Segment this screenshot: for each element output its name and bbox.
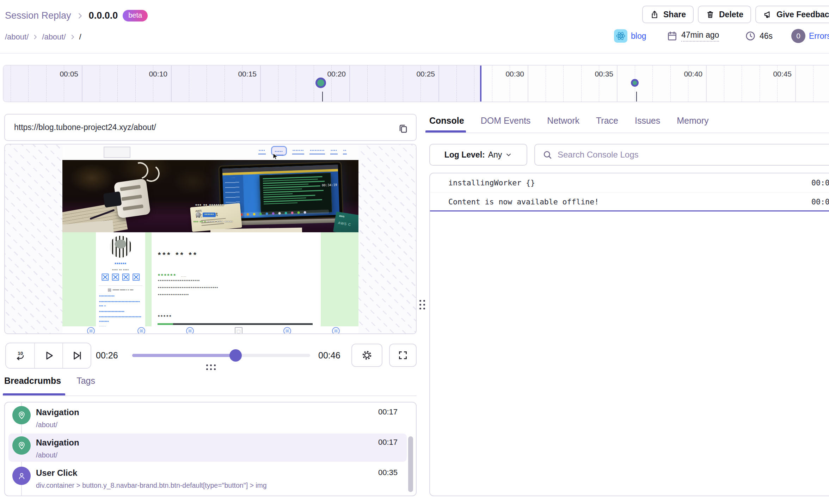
event-marker[interactable] <box>631 79 639 87</box>
session-timeline[interactable]: 00:0500:1000:1500:2000:2500:3000:3500:40… <box>3 65 829 102</box>
timeline-gridline <box>349 66 350 102</box>
masked-nav-item[interactable]: •••• <box>330 148 338 154</box>
masked-social-icon[interactable]: ☒ <box>101 272 109 283</box>
replayed-article: *** ** ** ****** ···· ******************… <box>152 232 321 326</box>
seek-bar[interactable] <box>132 354 310 357</box>
timeline-playhead[interactable] <box>480 66 481 102</box>
masked-nav-item[interactable]: •••• <box>258 148 266 154</box>
tab-breadcrumbs[interactable]: Breadcrumbs <box>4 376 61 386</box>
navigation-pin-icon <box>12 436 31 455</box>
timeline-gridline <box>742 66 742 102</box>
replayed-navbar: ••••••••••••••••••••••••••••••• <box>62 145 358 160</box>
log-level-value: Any <box>488 150 502 160</box>
tab-memory[interactable]: Memory <box>677 116 708 126</box>
skip-back-10-button[interactable]: 10 <box>6 343 34 368</box>
breadcrumb-session-replay[interactable]: Session Replay <box>5 10 71 21</box>
social-icon[interactable]: ☒ <box>87 327 95 334</box>
masked-paragraph-line: ********************************* <box>158 286 219 290</box>
timeline-gridline <box>438 66 439 102</box>
chevron-down-icon <box>505 151 512 158</box>
social-icon[interactable]: ☒ <box>186 327 194 334</box>
masked-social-icon[interactable]: ☒ <box>122 272 130 283</box>
path-breadcrumb: /about/ /about/ / <box>5 32 81 42</box>
masked-link[interactable]: ****************** <box>99 310 143 314</box>
give-feedback-label: Give Feedback <box>776 10 829 19</box>
event-row[interactable]: Navigation/about/00:17 <box>5 402 416 433</box>
recorded-time[interactable]: 47min ago <box>681 30 719 42</box>
fullscreen-button[interactable] <box>389 344 417 367</box>
event-marker[interactable] <box>315 78 326 88</box>
navigation-pin-icon <box>12 406 31 424</box>
event-detail: /about/ <box>36 421 57 429</box>
masked-article-lead: ****** ···· <box>158 272 186 279</box>
horizontal-resize-handle[interactable] <box>206 364 216 370</box>
current-time: 00:26 <box>96 343 118 368</box>
give-feedback-button[interactable]: Give Feedback <box>755 6 829 23</box>
tab-console[interactable]: Console <box>429 116 464 126</box>
copy-url-button[interactable] <box>395 121 410 136</box>
console-log-row[interactable]: Content is now available offline!00:0 <box>430 192 829 211</box>
photo-charger <box>103 191 122 208</box>
masked-profile-detail: ☒ ****** ***** * * *** <box>96 288 145 293</box>
vertical-resize-handle[interactable] <box>419 300 425 309</box>
masked-social-icon[interactable]: ☒ <box>132 272 140 283</box>
teal-awsc-text: AWS C <box>338 221 358 228</box>
console-log-row[interactable]: installingWorker {}00:0 <box>430 173 829 192</box>
image-placeholder-icon[interactable]: ▢ <box>235 327 242 334</box>
delete-button[interactable]: Delete <box>698 6 751 23</box>
masked-nav-item[interactable]: ••••••••• <box>309 148 325 154</box>
tab-network[interactable]: Network <box>547 116 579 126</box>
replay-viewport: ••••••••••••••••••••••••••••••• <box>4 144 417 334</box>
console-search-input[interactable] <box>558 150 829 160</box>
masked-link[interactable]: ************************************* <box>99 315 143 324</box>
project-link[interactable]: blog <box>631 31 646 41</box>
path-segment[interactable]: / <box>79 32 81 42</box>
duration-value: 46s <box>760 31 773 41</box>
skip-to-end-button[interactable] <box>62 343 91 368</box>
breadcrumb-event-list: Navigation/about/00:17Navigation/about/0… <box>4 402 417 496</box>
masked-link[interactable]: ***************************** *** * <box>99 300 143 309</box>
tab-dom-events[interactable]: DOM Events <box>481 116 531 126</box>
replayed-avatar <box>110 236 131 258</box>
header: Session Replay 0.0.0.0 beta /about/ /abo… <box>0 0 829 54</box>
tab-tags[interactable]: Tags <box>76 376 95 386</box>
social-icon[interactable]: ☒ <box>137 327 145 334</box>
replayed-page: ••••••••••••••••••••••••••••••• <box>62 145 358 334</box>
timeline-tick-label: 00:15 <box>218 70 257 78</box>
timeline-tick-label: 00:30 <box>485 70 524 78</box>
player-settings-button[interactable] <box>351 344 382 367</box>
masked-link[interactable]: *********** <box>99 294 143 299</box>
replayed-sidebar: ****** **** ** **** ☒☒☒☒ ☒ ****** ***** … <box>96 232 145 326</box>
event-time: 00:17 <box>378 407 398 417</box>
share-button[interactable]: Share <box>642 6 694 23</box>
tab-rule <box>3 395 417 396</box>
seek-bar-thumb[interactable] <box>229 349 242 362</box>
play-button[interactable] <box>34 343 62 368</box>
path-segment[interactable]: /about/ <box>42 32 66 42</box>
masked-social-icon[interactable]: ☒ <box>111 272 119 283</box>
errors-link[interactable]: Errors <box>809 31 829 41</box>
masked-social-icons[interactable]: ☒☒☒☒ <box>96 272 145 283</box>
masked-nav-item[interactable]: ••••••• <box>292 148 305 154</box>
player-controls: 10 <box>5 343 91 369</box>
log-time: 00:0 <box>811 192 829 211</box>
error-count-badge: 0 <box>791 29 805 43</box>
social-icon[interactable]: ☒ <box>283 327 291 334</box>
total-time: 00:46 <box>318 343 340 368</box>
tab-issues[interactable]: Issues <box>635 116 660 126</box>
timeline-tick-label: 00:05 <box>39 70 78 78</box>
timeline-gridline <box>296 66 296 102</box>
path-segment[interactable]: /about/ <box>5 32 29 42</box>
masked-profile-name[interactable]: ****** <box>96 262 145 267</box>
timeline-tick-label: 00:35 <box>575 70 613 78</box>
social-icon[interactable]: ☒ <box>332 327 340 334</box>
event-row[interactable]: User Clickdiv.container > button.y_8.nav… <box>5 463 416 496</box>
event-row[interactable]: Navigation/about/00:17 <box>5 433 416 463</box>
log-level-dropdown[interactable]: Log Level: Any <box>429 144 527 166</box>
timeline-gridline <box>724 66 724 102</box>
masked-nav-item[interactable]: •• <box>343 148 347 154</box>
chevron-right-icon <box>69 34 76 40</box>
tab-trace[interactable]: Trace <box>596 116 618 126</box>
event-list-scrollbar[interactable] <box>408 436 413 492</box>
event-time: 00:17 <box>378 438 398 447</box>
